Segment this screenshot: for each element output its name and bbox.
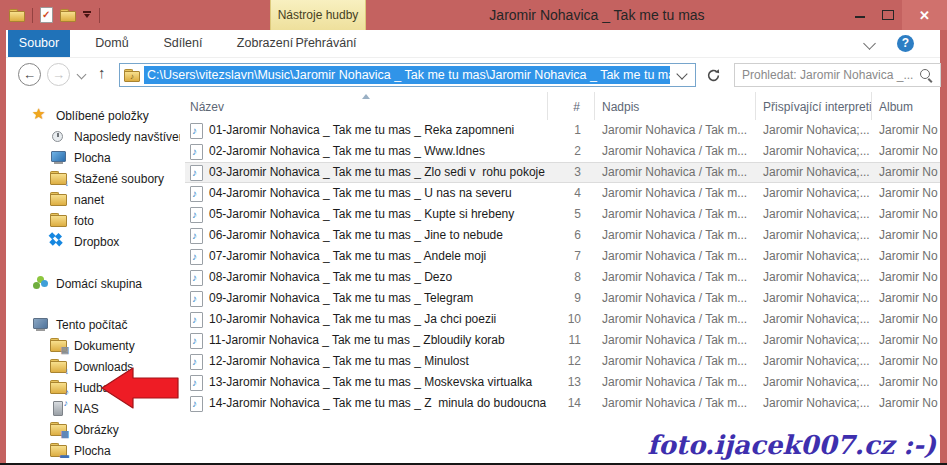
address-dropdown-icon[interactable]	[676, 68, 687, 79]
ribbon-tab-bar: SouborDomůSdíleníZobrazeníPřehrávání ?	[6, 30, 940, 58]
album-cell: Jaromir Noh	[872, 162, 938, 183]
address-path-selected[interactable]: C:\Users\vitezslavn\Music\Jaromir Nohavi…	[144, 66, 670, 84]
sidebar-item-plocha[interactable]: Plocha	[6, 147, 180, 168]
track-number-cell: 8	[548, 267, 595, 288]
sidebar-item-obr-zky[interactable]: ▦Obrázky	[6, 419, 180, 440]
contributing-artists-cell: Jaromir Nohavica;...	[756, 372, 872, 393]
new-folder-icon[interactable]	[60, 9, 76, 22]
file-name-text: 09-Jaromir Nohavica _ Tak me tu mas _ Te…	[209, 288, 473, 309]
file-name-text: 03-Jaromir Nohavica _ Tak me tu mas _ Zl…	[209, 162, 545, 183]
contextual-tab-music-tools[interactable]: Nástroje hudby	[270, 0, 366, 30]
minimize-button[interactable]	[846, 0, 874, 30]
audio-file-icon	[190, 396, 203, 412]
search-box[interactable]	[734, 63, 941, 87]
contributing-artists-cell: Jaromir Nohavica;...	[756, 204, 872, 225]
sidebar-item-dropbox[interactable]: Dropbox	[6, 231, 180, 252]
music-folder-icon	[124, 69, 140, 82]
table-row[interactable]: 03-Jaromir Nohavica _ Tak me tu mas _ Zl…	[185, 162, 940, 183]
recent-locations-icon[interactable]	[77, 70, 87, 80]
file-name-text: 13-Jaromir Nohavica _ Tak me tu mas _ Mo…	[209, 372, 532, 393]
customize-toolbar-icon[interactable]	[83, 10, 92, 20]
sidebar-item-obl-ben-polo-ky[interactable]: Oblíbené položky	[6, 105, 180, 126]
column-header-[interactable]: #	[548, 92, 595, 120]
forward-button[interactable]: →	[47, 63, 70, 86]
file-name-text: 05-Jaromir Nohavica _ Tak me tu mas _ Ku…	[209, 204, 514, 225]
sidebar-item-sta-en-soubory[interactable]: ↓Stažené soubory	[6, 168, 180, 189]
track-number-cell: 11	[548, 330, 595, 351]
search-icon[interactable]	[919, 68, 934, 83]
audio-file-icon	[190, 333, 203, 349]
table-row[interactable]: 05-Jaromir Nohavica _ Tak me tu mas _ Ku…	[185, 204, 940, 225]
table-row[interactable]: 01-Jaromir Nohavica _ Tak me tu mas _ Re…	[185, 120, 940, 141]
table-row[interactable]: 10-Jaromir Nohavica _ Tak me tu mas _ Ja…	[185, 309, 940, 330]
sidebar-item-tento-po-ta[interactable]: Tento počítač	[6, 314, 180, 335]
maximize-button[interactable]	[874, 0, 902, 30]
search-input[interactable]	[735, 68, 919, 82]
contributing-artists-cell: Jaromir Nohavica;...	[756, 120, 872, 141]
table-row[interactable]: 07-Jaromir Nohavica _ Tak me tu mas _ An…	[185, 246, 940, 267]
title-cell: Jaromir Nohavica / Tak m...	[595, 330, 756, 351]
quick-access-toolbar	[9, 3, 100, 27]
contributing-artists-cell: Jaromir Nohavica;...	[756, 183, 872, 204]
toolbar-separator	[32, 8, 33, 23]
column-header-nadpis[interactable]: Nadpis	[595, 92, 756, 120]
file-name-text: 08-Jaromir Nohavica _ Tak me tu mas _ De…	[209, 267, 452, 288]
table-row[interactable]: 11-Jaromir Nohavica _ Tak me tu mas _ Zb…	[185, 330, 940, 351]
help-icon[interactable]: ?	[897, 35, 914, 52]
sidebar-item-dom-c-skupina[interactable]: Domácí skupina	[6, 273, 180, 294]
title-cell: Jaromir Nohavica / Tak m...	[595, 288, 756, 309]
contributing-artists-cell: Jaromir Nohavica;...	[756, 141, 872, 162]
audio-file-icon	[190, 186, 203, 202]
table-row[interactable]: 12-Jaromir Nohavica _ Tak me tu mas _ Mi…	[185, 351, 940, 372]
sidebar-item-plocha[interactable]: ▬Plocha	[6, 440, 180, 461]
file-name-cell: 14-Jaromir Nohavica _ Tak me tu mas _ Z …	[185, 393, 548, 414]
file-name-text: 12-Jaromir Nohavica _ Tak me tu mas _ Mi…	[209, 351, 469, 372]
tab-soubor[interactable]: Soubor	[8, 30, 70, 57]
star-icon	[32, 108, 49, 123]
contributing-artists-cell: Jaromir Nohavica;...	[756, 288, 872, 309]
album-cell: Jaromir Noh	[872, 351, 938, 372]
table-row[interactable]: 06-Jaromir Nohavica _ Tak me tu mas _ Ji…	[185, 225, 940, 246]
back-button[interactable]: ←	[18, 63, 41, 86]
properties-icon[interactable]	[40, 7, 53, 23]
column-header-p-isp-vaj-c-interpreti[interactable]: Přispívající interpreti	[756, 92, 872, 120]
audio-file-icon	[190, 291, 203, 307]
tab-dom[interactable]: Domů	[86, 30, 138, 57]
close-button[interactable]: ✕	[902, 0, 947, 30]
table-row[interactable]: 09-Jaromir Nohavica _ Tak me tu mas _ Te…	[185, 288, 940, 309]
recent-places-icon	[50, 129, 67, 144]
contributing-artists-cell: Jaromir Nohavica;...	[756, 330, 872, 351]
table-row[interactable]: 14-Jaromir Nohavica _ Tak me tu mas _ Z …	[185, 393, 940, 414]
album-cell: Jaromir Noh	[872, 330, 938, 351]
sidebar-item-nanet[interactable]: nanet	[6, 189, 180, 210]
table-row[interactable]: 08-Jaromir Nohavica _ Tak me tu mas _ De…	[185, 267, 940, 288]
title-cell: Jaromir Nohavica / Tak m...	[595, 246, 756, 267]
column-header-n-zev[interactable]: Název	[185, 92, 548, 120]
album-cell: Jaromir Noh	[872, 288, 938, 309]
track-number-cell: 10	[548, 309, 595, 330]
table-row[interactable]: 04-Jaromir Nohavica _ Tak me tu mas _ U …	[185, 183, 940, 204]
track-number-cell: 7	[548, 246, 595, 267]
album-cell: Jaromir Noh	[872, 393, 938, 414]
album-cell: Jaromir Noh	[872, 309, 938, 330]
up-button[interactable]: ↑	[98, 64, 106, 81]
desktop-monitor-icon	[50, 150, 67, 165]
file-name-cell: 11-Jaromir Nohavica _ Tak me tu mas _ Zb…	[185, 330, 548, 351]
column-header-album[interactable]: Album	[872, 92, 938, 120]
file-name-cell: 01-Jaromir Nohavica _ Tak me tu mas _ Re…	[185, 120, 548, 141]
sidebar-item-naposledy-nav-t-ver[interactable]: Naposledy navštíver	[6, 126, 180, 147]
table-row[interactable]: 13-Jaromir Nohavica _ Tak me tu mas _ Mo…	[185, 372, 940, 393]
dropbox-icon	[50, 234, 67, 249]
tab-sd-len[interactable]: Sdílení	[152, 30, 214, 57]
sidebar-item-foto[interactable]: foto	[6, 210, 180, 231]
refresh-button[interactable]	[702, 65, 724, 85]
table-row[interactable]: 02-Jaromir Nohavica _ Tak me tu mas _ Ww…	[185, 141, 940, 162]
collapse-ribbon-icon[interactable]	[863, 37, 876, 50]
folder-icon	[50, 213, 67, 228]
file-name-text: 04-Jaromir Nohavica _ Tak me tu mas _ U …	[209, 183, 512, 204]
sidebar-item-dokumenty[interactable]: ▤Dokumenty	[6, 335, 180, 356]
address-bar[interactable]: C:\Users\vitezslavn\Music\Jaromir Nohavi…	[119, 63, 696, 87]
tab-p-ehr-v-n[interactable]: Přehrávání	[282, 30, 370, 57]
watermark: foto.ijacek007.cz :-)	[647, 430, 936, 460]
window-title: Jaromir Nohavica _ Tak me tu mas	[366, 0, 828, 30]
